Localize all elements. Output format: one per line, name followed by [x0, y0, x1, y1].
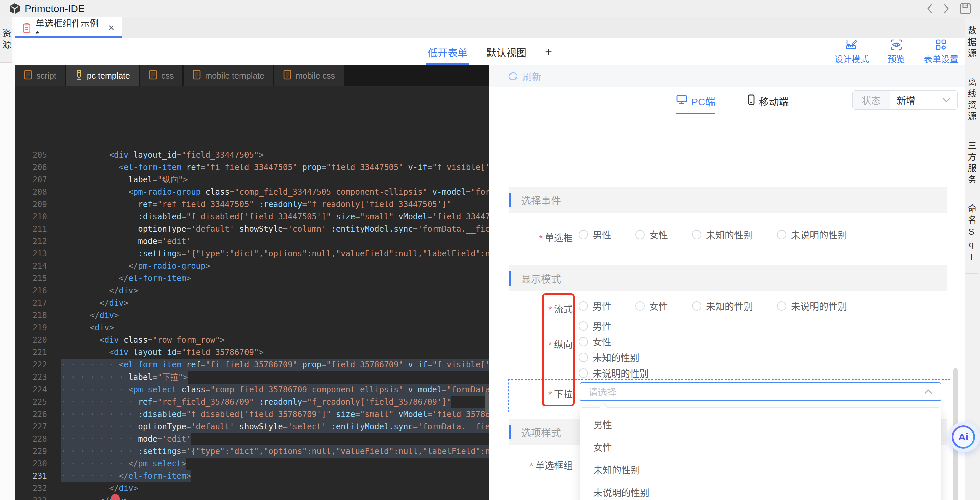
- device-tab-PC端[interactable]: PC端: [676, 88, 716, 115]
- radio-option-男性[interactable]: 男性: [579, 299, 611, 313]
- ai-assistant-button[interactable]: Ai: [948, 422, 980, 452]
- save-icon[interactable]: [959, 3, 971, 15]
- sidebar-item-命名Sql[interactable]: 命名Sql: [965, 195, 978, 274]
- status-select[interactable]: 状态 新增: [852, 91, 958, 110]
- sidebar-item-数据源[interactable]: 数据源: [965, 18, 978, 69]
- radio-option-男性[interactable]: 男性: [579, 319, 649, 333]
- radio-option-女性[interactable]: 女性: [579, 335, 649, 348]
- code-line[interactable]: 230· · · · · · · </pm-select>: [15, 458, 489, 470]
- sidebar-item-resources[interactable]: 资源: [0, 18, 12, 63]
- code-line[interactable]: 222· · · · · · <el-form-item ref="fi_fie…: [15, 359, 489, 371]
- editor-tab-mobile-css[interactable]: mobile css: [274, 65, 344, 86]
- radio-circle-icon[interactable]: [635, 230, 645, 239]
- radio-circle-icon[interactable]: [579, 369, 588, 378]
- radio-group-row: 男性女性未知的性别未说明的性别: [579, 299, 847, 313]
- editor-tab-css[interactable]: css: [140, 65, 183, 86]
- code-line[interactable]: 207 label="纵向">: [15, 174, 489, 186]
- radio-circle-icon[interactable]: [635, 301, 645, 311]
- code-line[interactable]: 227· · · · · · · · optionType='default' …: [15, 420, 489, 433]
- code-line[interactable]: 209 ref="ref_field_33447505" :readonly="…: [15, 198, 489, 211]
- design-mode-icon: [846, 39, 858, 52]
- radio-option-女性[interactable]: 女性: [635, 228, 668, 241]
- radio-circle-icon[interactable]: [579, 353, 588, 362]
- design-mode-button[interactable]: 设计模式: [834, 39, 869, 65]
- code-line[interactable]: 224· · · · · · · <pm-select class="comp_…: [15, 383, 489, 396]
- dropdown-option-男性[interactable]: 男性: [580, 413, 941, 436]
- code-line[interactable]: 206 <el-form-item ref="fi_field_33447505…: [15, 161, 489, 174]
- code-area[interactable]: 205 <div layout_id="field_33447505">206 …: [15, 149, 489, 500]
- code-line[interactable]: 228· · · · · · · · mode='edit': [15, 433, 489, 445]
- pencil-icon: [75, 70, 83, 82]
- code-line[interactable]: 220 <div class="row form_row">: [15, 334, 489, 347]
- view-tab-低开表单[interactable]: 低开表单: [428, 38, 468, 65]
- forward-icon[interactable]: [943, 3, 950, 14]
- code-line[interactable]: 217 </div>: [15, 297, 489, 310]
- code-line[interactable]: 215 </el-form-item>: [15, 272, 489, 285]
- radio-circle-icon[interactable]: [692, 230, 702, 239]
- code-line[interactable]: 232 </div>: [15, 482, 489, 495]
- radio-option-未知的性别[interactable]: 未知的性别: [579, 351, 649, 364]
- form-file-icon: [22, 23, 31, 33]
- file-tab-radio-example[interactable]: 单选框组件示例* ✕: [15, 18, 123, 38]
- radio-option-未说明的性别[interactable]: 未说明的性别: [579, 366, 649, 380]
- view-tab-row: 低开表单默认视图+ 设计模式预览表单设置: [15, 38, 965, 65]
- form-settings-button[interactable]: 表单设置: [924, 39, 958, 65]
- section-accent-bar: [509, 193, 511, 207]
- view-tab-默认视图[interactable]: 默认视图: [486, 38, 527, 65]
- radio-option-男性[interactable]: 男性: [579, 228, 611, 241]
- dropdown-option-女性[interactable]: 女性: [580, 436, 941, 458]
- radio-option-未说明的性别[interactable]: 未说明的性别: [777, 228, 847, 241]
- code-line[interactable]: 212 mode='edit': [15, 235, 489, 248]
- radio-circle-icon[interactable]: [579, 321, 588, 331]
- radio-option-未知的性别[interactable]: 未知的性别: [692, 228, 753, 241]
- code-line[interactable]: 233 </div>: [15, 495, 489, 500]
- code-line[interactable]: 229· · · · · · · · :settings='{"type":"d…: [15, 445, 489, 458]
- sidebar-item-离线资源[interactable]: 离线资源: [965, 69, 978, 132]
- device-tab-移动端[interactable]: 移动端: [748, 88, 789, 115]
- code-line[interactable]: 226· · · · · · · · :disabled="f_disabled…: [15, 408, 489, 420]
- code-line[interactable]: 214 </pm-radio-group>: [15, 260, 489, 272]
- code-line[interactable]: 213 :settings='{"type":"dict","options":…: [15, 248, 489, 260]
- radio-circle-icon[interactable]: [579, 301, 588, 311]
- radio-option-女性[interactable]: 女性: [635, 299, 668, 313]
- code-line[interactable]: 231· · · · · · </el-form-item>: [15, 470, 489, 482]
- select-input[interactable]: 请选择: [580, 382, 941, 401]
- code-editor[interactable]: scriptpc templatecssmobile templatemobil…: [15, 65, 489, 500]
- refresh-button[interactable]: 刷新: [523, 70, 541, 83]
- radio-circle-icon[interactable]: [579, 230, 588, 239]
- code-line[interactable]: 216 </div>: [15, 285, 489, 297]
- dropdown-option-未知的性别[interactable]: 未知的性别: [580, 458, 941, 481]
- code-line[interactable]: 211 optionType='default' showStyle='colu…: [15, 223, 489, 235]
- line-number: 226: [15, 408, 47, 420]
- radio-group-column: 男性女性未知的性别未说明的性别: [579, 319, 649, 380]
- code-line[interactable]: 208 <pm-radio-group class="comp_field_33…: [15, 186, 489, 198]
- editor-tab-pc-template[interactable]: pc template: [66, 65, 139, 86]
- radio-option-未知的性别[interactable]: 未知的性别: [692, 299, 753, 313]
- radio-circle-icon[interactable]: [692, 301, 702, 311]
- radio-circle-icon[interactable]: [579, 337, 588, 347]
- code-line[interactable]: 223· · · · · · · label="下拉">: [15, 371, 489, 383]
- radio-option-未说明的性别[interactable]: 未说明的性别: [777, 299, 847, 313]
- code-line[interactable]: 225· · · · · · · · ref="ref_field_357867…: [15, 396, 489, 408]
- line-number: 206: [15, 161, 47, 174]
- editor-tab-script[interactable]: script: [15, 65, 65, 86]
- radio-circle-icon[interactable]: [777, 301, 786, 311]
- ai-label: Ai: [953, 427, 973, 447]
- editor-tab-mobile-template[interactable]: mobile template: [184, 65, 272, 86]
- back-icon[interactable]: [926, 3, 933, 14]
- editor-scrollbar-thumb[interactable]: [485, 392, 488, 413]
- preview-button[interactable]: 预览: [888, 39, 905, 65]
- monitor-icon: [676, 95, 687, 107]
- code-line[interactable]: 210 :disabled="f_disabled['field_3344750…: [15, 211, 489, 223]
- add-view-button[interactable]: +: [545, 45, 552, 59]
- section-accent-bar: [509, 271, 511, 286]
- code-line[interactable]: 221 <div layout_id="field_35786709">: [15, 347, 489, 359]
- code-line[interactable]: 218 </div>: [15, 310, 489, 322]
- code-line[interactable]: 219 <div>: [15, 322, 489, 334]
- close-icon[interactable]: ✕: [108, 23, 115, 33]
- refresh-icon[interactable]: [508, 71, 519, 82]
- dropdown-option-未说明的性别[interactable]: 未说明的性别: [580, 481, 941, 500]
- code-line[interactable]: 205 <div layout_id="field_33447505">: [15, 149, 489, 161]
- radio-circle-icon[interactable]: [777, 230, 786, 239]
- sidebar-item-三方服务[interactable]: 三方服务: [965, 132, 978, 195]
